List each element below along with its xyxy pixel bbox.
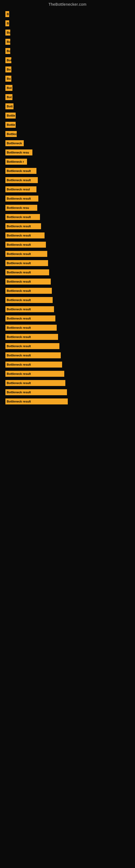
bar-label: Bottleneck result <box>5 232 45 239</box>
bar-row: Bottleneck result <box>5 231 130 239</box>
bar-label: Bot <box>5 94 12 100</box>
bar-row: Bottleneck result <box>5 315 130 322</box>
bar-row: Bottleneck result <box>5 213 130 221</box>
bar-label: Bottleneck result <box>5 260 48 266</box>
bar-label: Bottleneck result <box>5 288 52 294</box>
bar-label: Bot <box>5 57 11 63</box>
bar-label: Bo <box>5 76 11 82</box>
bar-label: Bo <box>5 39 10 45</box>
bar-label: Bottleneck r <box>5 159 27 165</box>
bar-label: Bottleneck result <box>5 380 65 386</box>
site-title: TheBottlenecker.com <box>0 0 135 8</box>
bar-label: Bo <box>5 66 11 72</box>
bar-row: Bottleneck result <box>5 259 130 267</box>
bar-label: Bottleneck result <box>5 242 46 248</box>
bar-label: Bottleneck result <box>5 352 61 358</box>
bar-label: Bottleneck result <box>5 315 55 321</box>
bar-label: Bottleneck result <box>5 362 62 368</box>
bar-row: Bottleneck result <box>5 398 130 405</box>
bar-row: Bot <box>5 56 130 64</box>
bar-row: Bottleneck result <box>5 324 130 332</box>
bar-row: Bottleneck r <box>5 158 130 165</box>
bar-label: Bottleneck result <box>5 168 37 174</box>
bar-row: Bottleneck <box>5 140 130 147</box>
bar-row: Bo <box>5 66 130 73</box>
bar-row: Bot <box>5 93 130 101</box>
bar-row: Bottleneck result <box>5 269 130 276</box>
bar-label: Bottle <box>5 113 16 119</box>
bar-row: Bottleneck resu <box>5 204 130 212</box>
bar-label: Bottleneck result <box>5 223 41 229</box>
bar-label: Bottleneck result <box>5 177 38 183</box>
bar-row: Bottleneck result <box>5 342 130 350</box>
bar-label: Bottleneck <box>5 140 24 146</box>
bar-label: Bottleneck result <box>5 371 64 377</box>
bar-label: Bottleneck result <box>5 269 49 275</box>
bar-row: Bottleneck result <box>5 389 130 396</box>
bar-row: Bo <box>5 47 130 55</box>
bar-row: Bottleneck result <box>5 250 130 258</box>
bar-label: Bott <box>5 103 13 109</box>
bar-row: Bottleneck result <box>5 195 130 203</box>
bar-label: Bottleneck result <box>5 399 68 404</box>
bar-row: Bo <box>5 38 130 45</box>
bar-row: Bottleneck result <box>5 167 130 175</box>
bar-row: Bottleneck result <box>5 370 130 378</box>
bar-label: Bottleneck result <box>5 325 57 331</box>
bar-label: Bottleneck result <box>5 389 67 395</box>
bar-row: Bottleneck result <box>5 361 130 368</box>
bar-row: Bot <box>5 84 130 92</box>
bar-label: Bottleneck result <box>5 334 58 340</box>
bar-label: Bottleneck result <box>5 279 51 284</box>
bar-row: Bottleneck resu <box>5 149 130 156</box>
bar-label: Bottleneck result <box>5 343 59 349</box>
bar-label: B <box>5 20 9 26</box>
bar-label: Bottleneck resu <box>5 205 37 211</box>
bar-row: Bottleneck result <box>5 379 130 387</box>
bar-row: Bottleneck result <box>5 296 130 304</box>
bar-label: Bottle <box>5 122 16 128</box>
bar-row: Bottleneck result <box>5 176 130 184</box>
bar-label: Bottleneck result <box>5 297 53 303</box>
bar-label: Bottleneck result <box>5 214 40 220</box>
bar-row: Bott <box>5 102 130 110</box>
bar-label: Bottleneck resul <box>5 186 37 192</box>
bar-row: Bottleneck result <box>5 333 130 341</box>
bar-row: Bo <box>5 75 130 83</box>
bar-label: Bottleneck result <box>5 251 47 257</box>
bar-row: B <box>5 20 130 27</box>
bar-row: Bottleneck result <box>5 278 130 285</box>
bar-row: Bottlec <box>5 130 130 138</box>
bar-label: Bottlec <box>5 131 17 137</box>
bar-row: Bottleneck result <box>5 351 130 359</box>
bar-label: Bot <box>5 85 12 91</box>
bar-label: Bottleneck resu <box>5 150 32 155</box>
bar-row: Bottleneck result <box>5 222 130 230</box>
bar-label: B <box>5 11 9 17</box>
bar-row: Bo <box>5 29 130 36</box>
bar-chart: BBBoBoBoBotBoBoBotBotBottBottleBottleBot… <box>0 8 135 410</box>
bar-row: Bottleneck result <box>5 287 130 294</box>
bar-label: Bottleneck result <box>5 306 54 312</box>
bar-row: Bottleneck result <box>5 241 130 248</box>
bar-row: Bottle <box>5 121 130 129</box>
bar-label: Bottleneck result <box>5 195 38 202</box>
bar-row: B <box>5 10 130 18</box>
bar-row: Bottle <box>5 112 130 119</box>
bar-label: Bo <box>5 30 10 35</box>
bar-label: Bo <box>5 48 10 54</box>
bar-row: Bottleneck resul <box>5 186 130 193</box>
bar-row: Bottleneck result <box>5 305 130 313</box>
